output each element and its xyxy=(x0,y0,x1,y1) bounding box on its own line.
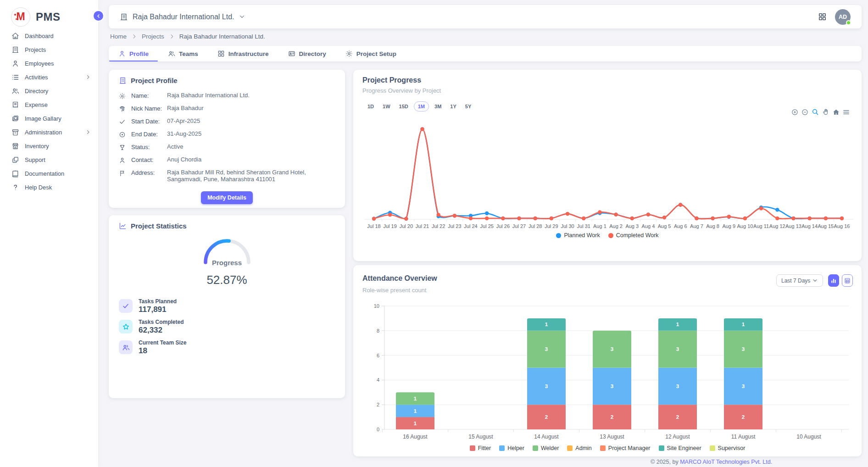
sidebar-item-documentation[interactable]: Documentation xyxy=(0,167,98,180)
sidebar-item-directory[interactable]: Directory xyxy=(0,84,98,98)
breadcrumb-projects[interactable]: Projects xyxy=(142,33,164,40)
sidebar-item-activities[interactable]: Activities xyxy=(0,70,98,84)
svg-text:1: 1 xyxy=(414,421,417,426)
online-status-dot xyxy=(846,20,851,25)
modify-details-button[interactable]: Modify Details xyxy=(201,191,253,204)
data-point[interactable] xyxy=(727,215,731,218)
chevron-right-icon xyxy=(85,129,91,135)
legend-item[interactable]: Supervisor xyxy=(710,445,746,451)
sidebar-item-dashboard[interactable]: Dashboard xyxy=(0,29,98,43)
data-point[interactable] xyxy=(404,217,408,221)
range-3m[interactable]: 3M xyxy=(431,101,445,111)
data-point[interactable] xyxy=(791,217,795,220)
sidebar-collapse-button[interactable] xyxy=(94,11,103,21)
data-point[interactable] xyxy=(630,217,634,220)
range-1y[interactable]: 1Y xyxy=(447,101,459,111)
svg-text:3: 3 xyxy=(545,384,548,389)
sidebar-item-projects[interactable]: Projects xyxy=(0,43,98,56)
menu-icon[interactable] xyxy=(843,109,850,116)
data-point[interactable] xyxy=(469,217,473,220)
sidebar-item-help-desk[interactable]: Help Desk xyxy=(0,180,98,194)
selection-zoom-icon[interactable] xyxy=(812,108,819,116)
tab-directory[interactable]: Directory xyxy=(278,46,336,61)
data-point[interactable] xyxy=(743,217,747,220)
attendance-range-select[interactable]: Last 7 Days xyxy=(776,274,823,287)
legend-item[interactable]: Helper xyxy=(499,445,524,451)
svg-text:1: 1 xyxy=(742,322,745,327)
home-icon[interactable] xyxy=(833,109,840,116)
data-point[interactable] xyxy=(501,217,505,220)
data-point[interactable] xyxy=(695,217,698,220)
range-5y[interactable]: 5Y xyxy=(462,101,474,111)
range-1m[interactable]: 1M xyxy=(414,101,429,111)
svg-text:10 August: 10 August xyxy=(796,434,821,440)
table-view-button[interactable] xyxy=(842,274,853,287)
data-point[interactable] xyxy=(775,208,779,211)
chart-line-icon xyxy=(119,222,127,230)
data-point[interactable] xyxy=(807,217,811,220)
data-point[interactable] xyxy=(566,212,569,216)
data-point[interactable] xyxy=(711,217,714,220)
legend-item[interactable]: Project Manager xyxy=(600,445,651,451)
data-point[interactable] xyxy=(759,206,763,210)
data-point[interactable] xyxy=(679,203,682,206)
svg-text:10: 10 xyxy=(374,303,379,309)
data-point[interactable] xyxy=(646,212,650,216)
legend-item[interactable]: Welder xyxy=(533,445,559,451)
tab-infrastructure[interactable]: Infrastructure xyxy=(208,46,278,61)
sidebar-item-employees[interactable]: Employees xyxy=(0,56,98,70)
bar-chart-view-button[interactable] xyxy=(828,274,839,287)
field-nick-name: Nick Name: Raja Bahadur xyxy=(109,102,345,115)
data-point[interactable] xyxy=(436,213,440,217)
data-point[interactable] xyxy=(598,210,601,214)
project-progress-subtitle: Progress Overview by Project xyxy=(362,87,852,94)
project-selector[interactable]: Raja Bahadur International Ltd. xyxy=(120,13,245,21)
data-point[interactable] xyxy=(485,217,489,220)
data-point[interactable] xyxy=(388,213,392,217)
data-point[interactable] xyxy=(824,217,828,220)
legend-item[interactable]: Fitter xyxy=(470,445,491,451)
data-point[interactable] xyxy=(775,217,779,220)
data-point[interactable] xyxy=(550,217,553,220)
app-logo[interactable]: M PMS xyxy=(0,0,98,28)
data-point[interactable] xyxy=(420,127,424,131)
data-point[interactable] xyxy=(662,216,666,219)
sidebar-item-image-gallery[interactable]: Image Gallary xyxy=(0,111,98,125)
check-icon xyxy=(119,299,133,313)
attendance-overview-card: Attendance Overview Role-wise present co… xyxy=(353,265,862,456)
sidebar-item-inventory[interactable]: Inventory xyxy=(0,139,98,153)
company-link[interactable]: MARCO AIoT Technologies Pvt. Ltd. xyxy=(680,459,772,465)
attendance-subtitle: Role-wise present count xyxy=(362,287,852,294)
legend-item[interactable]: Admin xyxy=(567,445,591,451)
pan-icon[interactable] xyxy=(822,108,829,116)
breadcrumb-home[interactable]: Home xyxy=(110,33,127,40)
avatar[interactable]: AD xyxy=(835,9,851,25)
sidebar-item-support[interactable]: Support xyxy=(0,153,98,167)
range-1w[interactable]: 1W xyxy=(379,101,394,111)
data-point[interactable] xyxy=(517,217,521,220)
data-point[interactable] xyxy=(840,217,844,220)
project-statistics-card: Project Statistics Progress 52.87% Tasks… xyxy=(109,215,345,398)
zoom-in-icon[interactable] xyxy=(791,109,798,116)
tab-project-setup[interactable]: Project Setup xyxy=(336,46,406,61)
breadcrumb: Home Projects Raja Bahadur International… xyxy=(110,33,265,40)
tab-teams[interactable]: Teams xyxy=(158,46,208,61)
zoom-out-icon[interactable] xyxy=(801,109,808,116)
range-1d[interactable]: 1D xyxy=(364,101,377,111)
project-progress-chart[interactable]: Jul 18Jul 19Jul 20Jul 21Jul 22Jul 23Jul … xyxy=(359,120,857,238)
data-point[interactable] xyxy=(453,214,456,217)
data-point[interactable] xyxy=(614,212,618,216)
sidebar-item-expense[interactable]: Expense xyxy=(0,98,98,111)
legend-item[interactable]: Site Engineer xyxy=(659,445,701,451)
legend-item[interactable]: Planned Work xyxy=(556,232,600,239)
data-point[interactable] xyxy=(534,217,537,220)
apps-grid-icon[interactable] xyxy=(818,12,827,21)
attendance-chart[interactable]: 024681011116 August15 August233114 Augus… xyxy=(357,298,858,443)
sidebar-item-administration[interactable]: Administration xyxy=(0,125,98,139)
data-point[interactable] xyxy=(582,217,585,220)
data-point[interactable] xyxy=(485,211,489,215)
legend-item[interactable]: Completed Work xyxy=(608,232,659,239)
range-15d[interactable]: 15D xyxy=(396,101,412,111)
data-point[interactable] xyxy=(372,217,376,221)
tab-profile[interactable]: Profile xyxy=(109,46,158,61)
